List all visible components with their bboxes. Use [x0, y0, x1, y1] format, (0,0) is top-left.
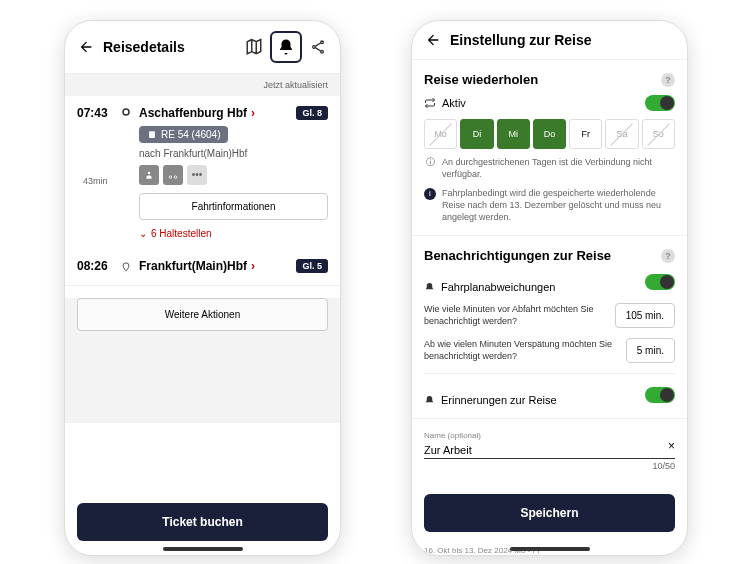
phone-einstellungen: Einstellung zur Reise Reise wiederholen …: [411, 20, 688, 556]
reminders-label: Erinnerungen zur Reise: [441, 394, 557, 406]
person-icon: [139, 165, 159, 185]
svg-rect-4: [149, 131, 155, 138]
svg-point-0: [321, 41, 324, 44]
validity-text: 16. Okt bis 13. Dez 2024 Mo - Fr: [412, 546, 687, 555]
destination: nach Frankfurt(Main)Hbf: [139, 148, 328, 159]
amenities: •••: [139, 165, 328, 185]
repeat-icon: [424, 97, 436, 109]
dep-info: Aschaffenburg Hbf › Gl. 8 RE 54 (4604) n…: [139, 106, 328, 239]
svg-point-5: [148, 171, 151, 174]
delay-value[interactable]: 5 min.: [626, 338, 675, 363]
help-icon[interactable]: ?: [661, 73, 675, 87]
repeat-title: Reise wiederholen ?: [424, 72, 675, 87]
departure-row: 07:43 Aschaffenburg Hbf › Gl. 8 RE 54 (4…: [65, 96, 340, 249]
bike-icon: [163, 165, 183, 185]
q1-text: Wie viele Minuten vor Abfahrt möchten Si…: [424, 304, 607, 327]
save-button[interactable]: Speichern: [424, 494, 675, 532]
before-value[interactable]: 105 min.: [615, 303, 675, 328]
svg-point-6: [169, 175, 172, 178]
stops-count: 6 Haltestellen: [151, 228, 212, 239]
arr-station[interactable]: Frankfurt(Main)Hbf › Gl. 5: [139, 259, 328, 273]
reminders-row: Erinnerungen zur Reise: [424, 373, 675, 406]
info-unavailable: ⓘ An durchgestrichenen Tagen ist die Ver…: [424, 157, 675, 180]
char-count: 10/50: [424, 461, 675, 471]
arr-time: 08:26: [77, 259, 113, 275]
notif-section: Benachrichtigungen zur Reise ? Fahrplana…: [412, 236, 687, 419]
train-name: RE 54 (4604): [161, 129, 220, 140]
timeline-dot: [121, 106, 131, 122]
duration: 43min: [83, 176, 108, 186]
content: 07:43 Aschaffenburg Hbf › Gl. 8 RE 54 (4…: [65, 96, 340, 493]
info-schedule: i Fahrplanbedingt wird die gespeicherte …: [424, 188, 675, 223]
bell-icon: [424, 395, 435, 406]
more-icon[interactable]: •••: [187, 165, 207, 185]
dep-station[interactable]: Aschaffenburg Hbf › Gl. 8: [139, 106, 328, 120]
day-mi[interactable]: Mi: [497, 119, 530, 149]
reminders-toggle[interactable]: [645, 387, 675, 403]
actions-area: Weitere Aktionen: [65, 298, 340, 423]
page-title: Reisedetails: [103, 39, 236, 55]
day-mo[interactable]: Mo: [424, 119, 457, 149]
header: Einstellung zur Reise: [412, 21, 687, 60]
share-icon[interactable]: [308, 37, 328, 57]
day-fr[interactable]: Fr: [569, 119, 602, 149]
svg-point-1: [313, 46, 316, 49]
back-button[interactable]: [424, 31, 442, 49]
header-icons: [244, 31, 328, 63]
status-bar: Jetzt aktualisiert: [65, 74, 340, 96]
arr-track: Gl. 5: [296, 259, 328, 273]
active-toggle[interactable]: [645, 95, 675, 111]
dep-time: 07:43: [77, 106, 113, 239]
dep-track: Gl. 8: [296, 106, 328, 120]
pin-icon: [121, 259, 131, 275]
trip-info-button[interactable]: Fahrtinformationen: [139, 193, 328, 220]
info-icon: i: [424, 188, 436, 200]
train-badge: RE 54 (4604): [139, 126, 228, 143]
page-title: Einstellung zur Reise: [450, 32, 675, 48]
more-actions-button[interactable]: Weitere Aktionen: [77, 298, 328, 331]
name-field: Name (optional) × 10/50: [424, 431, 675, 471]
svg-point-3: [123, 109, 129, 115]
name-input[interactable]: [424, 442, 675, 459]
chevron-right-icon: ›: [251, 259, 255, 273]
chevron-down-icon: ⌄: [139, 228, 147, 239]
active-row: Aktiv: [424, 95, 675, 111]
dep-station-name: Aschaffenburg Hbf: [139, 106, 247, 120]
chevron-right-icon: ›: [251, 106, 255, 120]
header: Reisedetails: [65, 21, 340, 74]
repeat-section: Reise wiederholen ? Aktiv Mo Di Mi Do Fr…: [412, 60, 687, 236]
info-icon: ⓘ: [424, 157, 436, 169]
day-so[interactable]: So: [642, 119, 675, 149]
map-icon[interactable]: [244, 37, 264, 57]
stops-expand[interactable]: ⌄ 6 Haltestellen: [139, 228, 328, 239]
arr-station-name: Frankfurt(Main)Hbf: [139, 259, 247, 273]
before-departure-row: Wie viele Minuten vor Abfahrt möchten Si…: [424, 303, 675, 328]
q2-text: Ab wie vielen Minuten Verspätung möchten…: [424, 339, 618, 362]
back-button[interactable]: [77, 38, 95, 56]
arrival-row: 08:26 Frankfurt(Main)Hbf › Gl. 5: [65, 249, 340, 286]
bell-icon: [424, 282, 435, 293]
arr-info: Frankfurt(Main)Hbf › Gl. 5: [139, 259, 328, 275]
deviations-toggle[interactable]: [645, 274, 675, 290]
book-ticket-button[interactable]: Ticket buchen: [77, 503, 328, 541]
notif-title: Benachrichtigungen zur Reise ?: [424, 248, 675, 263]
phone-reisedetails: Reisedetails Jetzt aktualisiert 07:43 As…: [64, 20, 341, 556]
active-label: Aktiv: [442, 97, 466, 109]
day-di[interactable]: Di: [460, 119, 493, 149]
help-icon[interactable]: ?: [661, 249, 675, 263]
day-sa[interactable]: Sa: [605, 119, 638, 149]
deviations-row: Fahrplanabweichungen: [424, 271, 675, 293]
content: Reise wiederholen ? Aktiv Mo Di Mi Do Fr…: [412, 60, 687, 484]
svg-point-2: [321, 50, 324, 53]
delay-row: Ab wie vielen Minuten Verspätung möchten…: [424, 338, 675, 363]
clear-icon[interactable]: ×: [668, 439, 675, 453]
days-row: Mo Di Mi Do Fr Sa So: [424, 119, 675, 149]
deviations-label: Fahrplanabweichungen: [441, 281, 555, 293]
day-do[interactable]: Do: [533, 119, 566, 149]
svg-point-7: [174, 175, 177, 178]
bell-icon[interactable]: [270, 31, 302, 63]
name-label: Name (optional): [424, 431, 675, 440]
